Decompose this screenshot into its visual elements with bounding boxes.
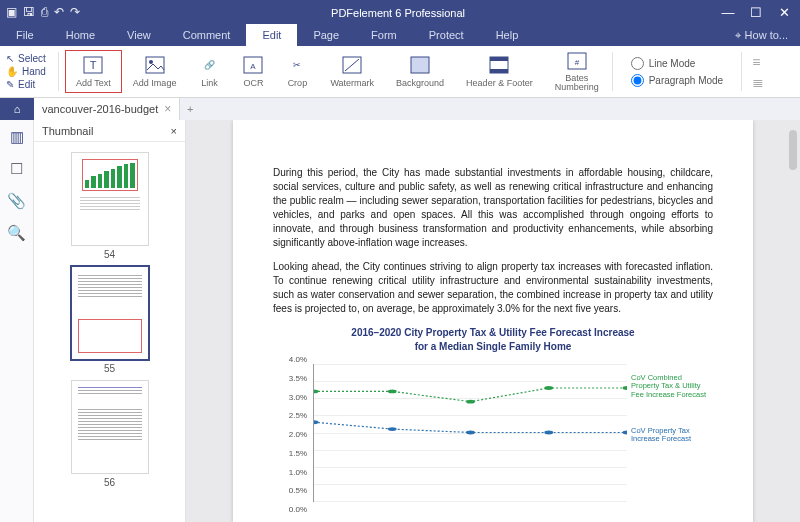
edit-icon: ✎ [6,79,14,90]
menu-comment[interactable]: Comment [167,24,247,46]
watermark-icon [341,55,363,75]
thumbnail-panel: Thumbnail × 54 55 [34,120,186,522]
add-text-button[interactable]: TAdd Text [65,50,122,93]
qa-undo-icon[interactable]: ↶ [54,5,64,19]
header-footer-button[interactable]: Header & Footer [455,50,544,93]
edit-tool[interactable]: ✎Edit [6,79,56,90]
ribbon: ↖Select ✋Hand ✎Edit TAdd Text Add Image … [0,46,800,98]
line-mode-label: Line Mode [649,58,696,69]
svg-point-21 [466,431,475,435]
ocr-icon: A [242,55,264,75]
svg-rect-11 [490,69,508,73]
align-right-icon[interactable]: ≣ [752,74,764,90]
ocr-label: OCR [243,78,263,88]
menu-protect[interactable]: Protect [413,24,480,46]
search-panel-icon[interactable]: 🔍 [7,224,26,242]
thumbnail-number: 54 [104,249,115,260]
thumbnail-page[interactable]: 55 [71,266,149,374]
background-label: Background [396,78,444,88]
svg-point-19 [314,420,318,424]
cursor-icon: ↖ [6,53,14,64]
add-image-label: Add Image [133,78,177,88]
legend-item: CoV Combined Property Tax & Utility Fee … [631,374,707,399]
svg-point-3 [149,60,153,64]
home-icon: ⌂ [14,103,21,115]
link-icon: 🔗 [198,55,220,75]
qa-print-icon[interactable]: ⎙ [41,5,48,19]
close-panel-icon[interactable]: × [171,125,177,137]
chart-title: 2016–2020 City Property Tax & Utility Fe… [273,326,713,354]
align-left-icon[interactable]: ≡ [752,54,764,70]
location-icon: ⌖ [735,29,741,42]
body-paragraph: Looking ahead, the City continues strivi… [273,260,713,316]
link-button[interactable]: 🔗Link [187,50,231,93]
menu-bar: File Home View Comment Edit Page Form Pr… [0,24,800,46]
background-button[interactable]: Background [385,50,455,93]
menu-file[interactable]: File [0,24,50,46]
bates-label: Bates Numbering [555,74,599,92]
svg-point-20 [388,427,397,431]
close-button[interactable]: ✕ [772,2,796,22]
edit-label: Edit [18,79,35,90]
svg-text:A: A [251,62,257,71]
ocr-button[interactable]: AOCR [231,50,275,93]
crop-label: Crop [288,78,308,88]
paragraph-mode-radio[interactable]: Paragraph Mode [631,74,724,87]
document-view[interactable]: During this period, the City has made su… [186,120,800,522]
menu-view[interactable]: View [111,24,167,46]
header-footer-label: Header & Footer [466,78,533,88]
svg-line-7 [345,59,359,71]
thumbnails-panel-icon[interactable]: ▥ [10,128,24,146]
minimize-button[interactable]: — [716,2,740,22]
close-tab-icon[interactable]: × [164,102,171,116]
menu-page[interactable]: Page [297,24,355,46]
home-tab[interactable]: ⌂ [0,98,34,120]
hand-label: Hand [22,66,46,77]
svg-rect-8 [411,57,429,73]
attachments-panel-icon[interactable]: 📎 [7,192,26,210]
thumbnail-number: 55 [104,363,115,374]
svg-text:T: T [90,59,97,71]
app-title: PDFelement 6 Professional [80,6,716,19]
side-rail: ▥ ☐ 📎 🔍 [0,120,34,522]
svg-rect-2 [146,57,164,73]
watermark-label: Watermark [330,78,374,88]
menu-help[interactable]: Help [480,24,535,46]
vertical-scrollbar[interactable] [788,120,798,522]
legend-item: CoV Property Tax Increase Forecast [631,427,707,444]
new-tab-button[interactable]: + [180,98,200,120]
crop-button[interactable]: ✂Crop [275,50,319,93]
select-tool[interactable]: ↖Select [6,53,56,64]
add-image-button[interactable]: Add Image [122,50,188,93]
add-text-label: Add Text [76,78,111,88]
document-tab-label: vancouver-2016-budget [42,103,158,115]
paragraph-mode-label: Paragraph Mode [649,75,724,86]
thumbnail-page[interactable]: 54 [71,152,149,260]
line-mode-radio[interactable]: Line Mode [631,57,724,70]
svg-rect-10 [490,57,508,61]
qa-save-icon[interactable]: 🖫 [23,5,35,19]
crop-icon: ✂ [286,55,308,75]
chart: 0.0%0.5%1.0%1.5%2.0%2.5%3.0%3.5%4.0% CoV… [279,360,707,510]
menu-home[interactable]: Home [50,24,111,46]
link-label: Link [201,78,218,88]
body-paragraph: During this period, the City has made su… [273,166,713,250]
thumbnail-page[interactable]: 56 [71,380,149,488]
howto-link[interactable]: ⌖ How to... [735,29,800,42]
bates-icon: # [566,51,588,71]
maximize-button[interactable]: ☐ [744,2,768,22]
bates-button[interactable]: #Bates Numbering [544,46,610,97]
hand-tool[interactable]: ✋Hand [6,66,56,77]
bookmarks-panel-icon[interactable]: ☐ [10,160,23,178]
header-footer-icon [488,55,510,75]
menu-edit[interactable]: Edit [246,24,297,46]
app-logo-icon: ▣ [6,5,17,19]
text-icon: T [82,55,104,75]
hand-icon: ✋ [6,66,18,77]
qa-redo-icon[interactable]: ↷ [70,5,80,19]
document-tab[interactable]: vancouver-2016-budget × [34,98,180,120]
howto-label: How to... [745,29,788,41]
watermark-button[interactable]: Watermark [319,50,385,93]
select-label: Select [18,53,46,64]
menu-form[interactable]: Form [355,24,413,46]
